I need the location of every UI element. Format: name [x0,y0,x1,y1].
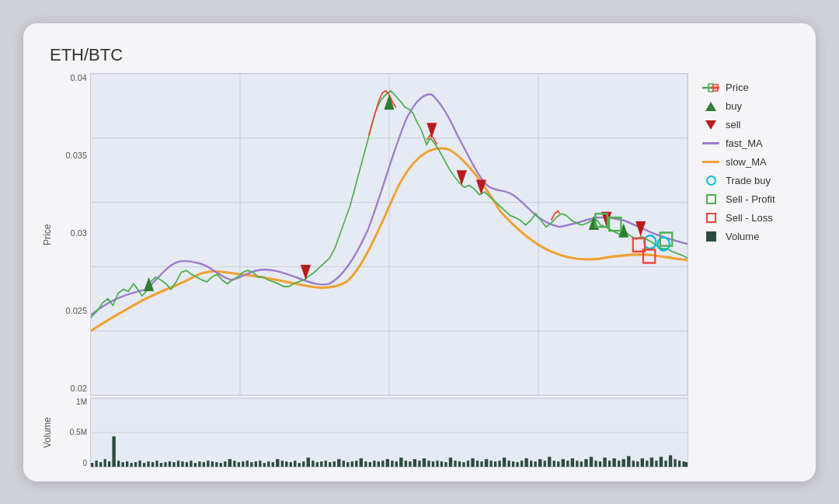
svg-rect-61 [224,461,226,467]
svg-rect-155 [646,461,648,467]
svg-rect-140 [576,461,578,467]
svg-rect-164 [685,462,688,467]
svg-rect-127 [516,462,518,467]
volume-y-labels: 1M 0.5M 0 [56,398,90,468]
price-chart-svg [90,73,688,396]
svg-rect-93 [364,461,367,467]
legend-item-fast-ma: fast_MA [702,137,797,151]
svg-rect-73 [276,459,279,467]
svg-rect-45 [155,461,158,467]
svg-rect-38 [126,461,128,467]
volume-y-axis-label: Volume [42,398,56,468]
svg-rect-84 [325,461,327,467]
legend-item-sell-loss: Sell - Loss [702,211,797,225]
price-tick-3: 0.025 [65,306,87,315]
svg-rect-41 [138,461,141,467]
legend-sell-profit-label: Sell - Profit [726,193,775,205]
svg-rect-75 [285,461,287,467]
svg-rect-31 [95,461,97,467]
svg-rect-110 [440,461,443,467]
svg-marker-16 [457,170,467,185]
svg-point-20 [644,235,656,249]
svg-rect-141 [580,461,583,467]
svg-rect-103 [409,461,411,467]
svg-rect-131 [534,461,537,467]
svg-rect-72 [272,462,274,467]
svg-rect-63 [233,461,235,467]
svg-rect-40 [134,462,137,467]
legend-fast-ma-icon [702,137,719,151]
svg-rect-150 [622,459,625,467]
svg-rect-156 [650,457,653,467]
svg-rect-126 [512,461,514,467]
price-y-axis-label: Price [42,73,56,396]
svg-rect-149 [618,461,620,467]
svg-rect-91 [355,461,357,467]
svg-rect-88 [343,461,345,467]
svg-rect-117 [471,458,474,467]
svg-rect-106 [423,458,426,467]
svg-rect-48 [169,461,171,467]
svg-rect-135 [553,461,555,467]
svg-rect-37 [121,462,124,467]
svg-rect-145 [599,461,601,467]
svg-rect-119 [480,461,482,467]
svg-rect-100 [395,461,398,467]
svg-rect-121 [489,461,492,467]
volume-chart-wrapper: Volume 1M 0.5M 0 [42,398,688,468]
legend-trade-buy-label: Trade buy [726,175,771,186]
legend-slow-ma-icon [702,155,719,169]
svg-rect-94 [369,462,371,467]
chart-title: ETH/BTC [50,45,797,65]
legend-item-sell-profit: Sell - Profit [702,193,797,207]
legend-item-price: Price [702,81,797,95]
svg-rect-39 [130,463,132,467]
svg-rect-56 [203,462,205,467]
svg-rect-161 [674,459,676,467]
svg-rect-116 [467,461,469,467]
svg-rect-86 [333,461,336,467]
legend-price-label: Price [726,82,749,93]
svg-rect-89 [346,462,349,467]
svg-rect-47 [164,462,166,467]
svg-rect-77 [294,461,296,467]
legend-price-icon [702,81,719,95]
svg-rect-137 [562,459,565,467]
svg-rect-82 [316,462,319,467]
svg-rect-118 [476,461,479,467]
svg-rect-58 [211,461,214,467]
legend-volume-label: Volume [726,231,759,242]
svg-rect-147 [608,461,611,467]
svg-rect-162 [678,461,681,467]
svg-rect-154 [641,458,644,467]
volume-chart-svg [90,398,688,468]
svg-rect-124 [503,457,506,467]
svg-rect-122 [494,461,496,467]
svg-rect-30 [91,463,93,467]
svg-rect-139 [571,458,574,467]
svg-rect-102 [405,461,407,467]
volume-tick-1: 0.5M [70,428,87,436]
price-tick-4: 0.02 [71,384,87,393]
svg-rect-36 [117,461,120,467]
svg-rect-129 [524,458,527,467]
legend-volume-icon [702,230,719,244]
svg-rect-146 [603,457,606,467]
svg-rect-148 [612,458,615,467]
svg-rect-101 [399,457,402,467]
price-y-labels: 0.04 0.035 0.03 0.025 0.02 [56,73,90,396]
svg-rect-120 [485,459,488,467]
svg-rect-64 [238,462,240,467]
legend-sell-loss-label: Sell - Loss [726,212,773,224]
svg-rect-97 [381,461,384,467]
svg-rect-133 [544,461,546,467]
legend-item-slow-ma: slow_MA [702,155,797,169]
svg-rect-87 [337,459,340,467]
volume-tick-0: 1M [76,398,87,406]
legend-item-sell: sell [702,118,797,132]
svg-rect-68 [255,461,257,467]
svg-rect-67 [250,462,252,467]
legend-sell-label: sell [726,119,741,130]
svg-rect-52 [186,462,188,467]
svg-rect-128 [520,461,523,467]
